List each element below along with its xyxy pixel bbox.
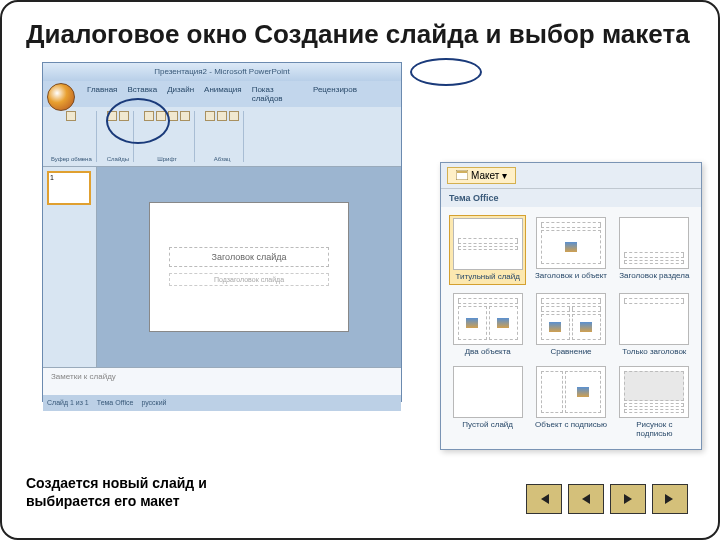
nav-next-button[interactable]: [610, 484, 646, 514]
status-theme: Тема Office: [97, 399, 134, 406]
layout-section-header[interactable]: Заголовок раздела: [616, 215, 693, 285]
chevron-down-icon: ▾: [502, 170, 507, 181]
layout-title-slide[interactable]: Титульный слайд: [449, 215, 526, 285]
slide-frame: Диалоговое окно Создание слайда и выбор …: [0, 0, 720, 540]
ribbon: Буфер обмена Слайды Шрифт Абзац: [43, 107, 401, 167]
status-slide: Слайд 1 из 1: [47, 399, 89, 406]
notes-pane[interactable]: Заметки к слайду: [43, 367, 401, 395]
svg-rect-1: [457, 171, 467, 173]
nav-last-button[interactable]: [652, 484, 688, 514]
nav-first-button[interactable]: [526, 484, 562, 514]
slide-thumbnail[interactable]: 1: [47, 171, 91, 205]
layout-comparison[interactable]: Сравнение: [532, 291, 609, 359]
layout-title-only[interactable]: Только заголовок: [616, 291, 693, 359]
layout-header: Макет ▾: [441, 163, 701, 189]
layout-button[interactable]: Макет ▾: [447, 167, 516, 184]
layout-title-content[interactable]: Заголовок и объект: [532, 215, 609, 285]
layout-content-caption[interactable]: Объект с подписью: [532, 364, 609, 441]
page-title: Диалоговое окно Создание слайда и выбор …: [26, 20, 694, 50]
tab-home[interactable]: Главная: [83, 83, 121, 105]
group-font: Шрифт: [140, 111, 195, 162]
tab-anim[interactable]: Анимация: [200, 83, 246, 105]
group-slides: Слайды: [103, 111, 134, 162]
nav-prev-button[interactable]: [568, 484, 604, 514]
tab-show[interactable]: Показ слайдов: [248, 83, 307, 105]
layout-picture-caption[interactable]: Рисунок с подписью: [616, 364, 693, 441]
tab-design[interactable]: Дизайн: [163, 83, 198, 105]
group-paragraph: Абзац: [201, 111, 244, 162]
layout-two-content[interactable]: Два объекта: [449, 291, 526, 359]
layout-panel: Макет ▾ Тема Office Титульный слайд Заго…: [440, 162, 702, 450]
tab-insert[interactable]: Вставка: [123, 83, 161, 105]
group-clipboard: Буфер обмена: [47, 111, 97, 162]
screenshot-group: Презентация2 - Microsoft PowerPoint Глав…: [42, 62, 694, 402]
powerpoint-window: Презентация2 - Microsoft PowerPoint Глав…: [42, 62, 402, 402]
slide-canvas[interactable]: Заголовок слайда Подзаголовок слайда: [149, 202, 349, 332]
status-bar: Слайд 1 из 1 Тема Office русский: [43, 395, 401, 411]
layout-blank[interactable]: Пустой слайд: [449, 364, 526, 441]
ribbon-tabs[interactable]: Главная Вставка Дизайн Анимация Показ сл…: [43, 81, 401, 107]
title-placeholder[interactable]: Заголовок слайда: [169, 247, 329, 267]
window-titlebar: Презентация2 - Microsoft PowerPoint: [43, 63, 401, 81]
office-button[interactable]: [47, 83, 75, 111]
subtitle-placeholder[interactable]: Подзаголовок слайда: [169, 273, 329, 286]
layout-icon: [456, 170, 468, 180]
caption-text: Создается новый слайд и выбирается его м…: [26, 474, 286, 510]
nav-buttons: [526, 484, 688, 514]
layout-grid: Титульный слайд Заголовок и объект Загол…: [441, 207, 701, 449]
highlight-circle-layout: [410, 58, 482, 86]
tab-review[interactable]: Рецензиров: [309, 83, 361, 105]
edit-pane: Заголовок слайда Подзаголовок слайда: [97, 167, 401, 367]
status-lang: русский: [141, 399, 166, 406]
thumbnail-pane[interactable]: 1: [43, 167, 97, 367]
ppt-body: 1 Заголовок слайда Подзаголовок слайда: [43, 167, 401, 367]
theme-label: Тема Office: [441, 189, 701, 207]
